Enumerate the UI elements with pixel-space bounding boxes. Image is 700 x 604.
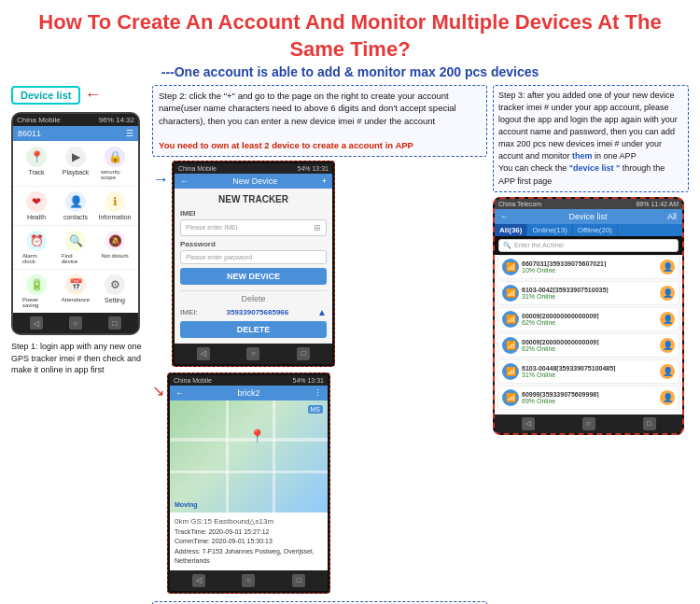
dl-tab-offline[interactable]: Offline(20) — [573, 224, 618, 236]
contacts-icon-item[interactable]: 👤 contacts — [62, 191, 90, 220]
nd-imei-row: IMEI: 359339075685966 ▲ — [180, 307, 327, 317]
security-icon: 🔒 — [105, 147, 125, 167]
dl-item-avatar: 👤 — [660, 338, 675, 353]
list-item[interactable]: 📶 00009[200000000000009] 62% Online 👤 — [497, 307, 679, 331]
page-subtitle: ---One account is able to add & monitor … — [11, 64, 689, 79]
attendance-icon: 📅 — [65, 274, 86, 295]
not-disturb-icon-item[interactable]: 🔕 Not disturb — [101, 231, 129, 264]
nd-top-bar: ← New Device + — [175, 174, 332, 189]
content-area: Device list ← China Mobile 96% 14:32 860… — [11, 85, 689, 604]
map-road-v2 — [273, 400, 275, 513]
dl-nav-back[interactable]: ◁ — [522, 417, 535, 430]
list-item[interactable]: 📶 6103-0042[35933907510035] 31% Online 👤 — [497, 281, 679, 305]
list-item[interactable]: 📶 6607031[359339075607021] 10% Online 👤 — [497, 255, 679, 279]
dl-filter-tabs: All(36) Online(13) Offline(20) — [495, 224, 682, 236]
dl-item-info: 00009[200000000000009] 62% Online — [522, 313, 657, 326]
nav-recent[interactable]: □ — [108, 316, 121, 330]
dl-item-avatar: 👤 — [660, 312, 675, 327]
nd-password-input[interactable]: Please enter password — [180, 250, 327, 264]
step3-them-highlight: them — [572, 151, 593, 161]
page-title: How To Create An Account And Monitor Mul… — [11, 9, 689, 63]
map-background: 📍 MS Moving — [170, 400, 328, 513]
nd-nav-recent[interactable]: □ — [297, 347, 310, 360]
icons-row-3: ⏰ Alarm clock 🔍 Find device 🔕 Not distur… — [13, 226, 138, 270]
list-item[interactable]: 📶 00009[200000000000009] 62% Online 👤 — [497, 333, 679, 358]
title-section: How To Create An Account And Monitor Mul… — [11, 9, 689, 79]
nd-delete-divider: Delete — [180, 290, 327, 303]
dl-wifi-icon: 📶 — [502, 363, 519, 380]
arrow-right-icon: ← — [84, 85, 101, 105]
device-list-label: Device list — [11, 86, 80, 105]
dl-status-bar: China Telecom 88% 11:42 AM — [495, 199, 682, 209]
map-nav-recent[interactable]: □ — [292, 574, 305, 587]
alarm-icon: ⏰ — [26, 231, 47, 251]
right-col: Step 3: after you added one of your new … — [493, 85, 689, 604]
power-saving-icon-item[interactable]: 🔋 Power saving — [22, 274, 50, 308]
find-device-icon-item[interactable]: 🔍 Find device — [62, 231, 90, 264]
health-icon-item[interactable]: ❤ Health — [22, 191, 50, 220]
step3-text-box: Step 3: after you added one of your new … — [493, 85, 689, 191]
dl-item-info: 6103-00448[359339075100485] 31% Online — [522, 365, 657, 378]
nd-location-icon: ▲ — [317, 307, 327, 317]
map-nav-home[interactable]: ○ — [242, 574, 255, 587]
health-icon: ❤ — [26, 191, 47, 212]
dl-wifi-icon: 📶 — [502, 259, 519, 275]
dl-wifi-icon: 📶 — [502, 389, 519, 406]
nd-new-device-btn[interactable]: NEW DEVICE — [180, 268, 327, 285]
page-wrapper: How To Create An Account And Monitor Mul… — [0, 0, 700, 604]
device-list-phone: China Telecom 88% 11:42 AM ← Device list… — [493, 197, 684, 435]
left-phone-col: Device list ← China Mobile 96% 14:32 860… — [11, 85, 147, 604]
list-item[interactable]: 📶 60999[359339075609998] 69% Online 👤 — [497, 386, 679, 410]
map-road-v1 — [226, 400, 229, 513]
dl-item-avatar: 👤 — [660, 286, 675, 301]
dl-item-info: 6607031[359339075607021] 10% Online — [522, 260, 657, 274]
dl-tab-all[interactable]: All(36) — [495, 224, 527, 236]
map-screen: 📍 MS Moving — [170, 400, 328, 513]
map-top-bar: ← brick2 ⋮ — [170, 386, 328, 400]
contacts-icon: 👤 — [65, 191, 86, 212]
map-nav-back[interactable]: ◁ — [192, 574, 205, 587]
dl-search-bar[interactable]: 🔍 Enter the Ac/imei — [498, 239, 679, 252]
map-phone: China Mobile 54% 13:31 ← brick2 ⋮ — [167, 372, 330, 594]
new-device-phone: China Mobile 54% 13:31 ← New Device + NE… — [172, 161, 335, 367]
dl-item-avatar: 👤 — [660, 390, 675, 405]
nd-nav-home[interactable]: ○ — [246, 347, 259, 360]
list-item[interactable]: 📶 6103-00448[359339075100485] 31% Online… — [497, 359, 679, 384]
step3-device-list-ref: "device list " — [569, 163, 621, 173]
dl-wifi-icon: 📶 — [502, 311, 519, 328]
left-phone-nav: ◁ ○ □ — [13, 313, 138, 333]
dl-wifi-icon: 📶 — [502, 337, 519, 354]
alarm-icon-item[interactable]: ⏰ Alarm clock — [22, 231, 50, 264]
track-icon: 📍 — [26, 147, 47, 167]
map-road-h2 — [170, 471, 328, 473]
information-icon-item[interactable]: ℹ Information — [101, 191, 129, 220]
track-icon-item[interactable]: 📍 Track — [22, 147, 50, 180]
playback-icon: ▶ — [65, 147, 86, 167]
dl-item-avatar: 👤 — [660, 364, 675, 379]
playback-icon-item[interactable]: ▶ Playback — [62, 147, 90, 180]
dl-item-avatar: 👤 — [660, 260, 675, 274]
left-phone-status-bar: China Mobile 96% 14:32 — [13, 114, 138, 126]
nd-nav-back[interactable]: ◁ — [197, 347, 210, 360]
left-phone: China Mobile 96% 14:32 86011 ☰ 📍 Trac — [11, 112, 140, 335]
dl-nav-recent[interactable]: □ — [643, 417, 656, 430]
icons-row-4: 🔋 Power saving 📅 Attendance ⚙ Setting — [13, 270, 138, 313]
dl-nav-home[interactable]: ○ — [582, 417, 595, 430]
setting-icon-item[interactable]: ⚙ Setting — [101, 274, 129, 308]
nd-imei-input[interactable]: Please enter IMEI ⊞ — [180, 219, 327, 236]
nav-back[interactable]: ◁ — [30, 316, 43, 330]
nd-delete-btn[interactable]: DELETE — [180, 321, 327, 338]
attendance-icon-item[interactable]: 📅 Attendance — [62, 274, 90, 308]
information-icon: ℹ — [105, 191, 125, 212]
nav-home[interactable]: ○ — [69, 316, 82, 330]
power-saving-icon: 🔋 — [26, 274, 47, 295]
dl-search-icon: 🔍 — [503, 242, 511, 249]
security-icon-item[interactable]: 🔒 security scope — [101, 147, 129, 180]
not-disturb-icon: 🔕 — [105, 231, 125, 251]
setting-icon: ⚙ — [105, 274, 125, 295]
map-status-bar: China Mobile 54% 13:31 — [170, 375, 328, 386]
nd-nav: ◁ ○ □ — [175, 344, 332, 364]
dl-tab-online[interactable]: Online(13) — [527, 224, 572, 236]
nd-new-tracker-label: NEW TRACKER — [180, 194, 327, 204]
dl-wifi-icon: 📶 — [502, 285, 519, 302]
